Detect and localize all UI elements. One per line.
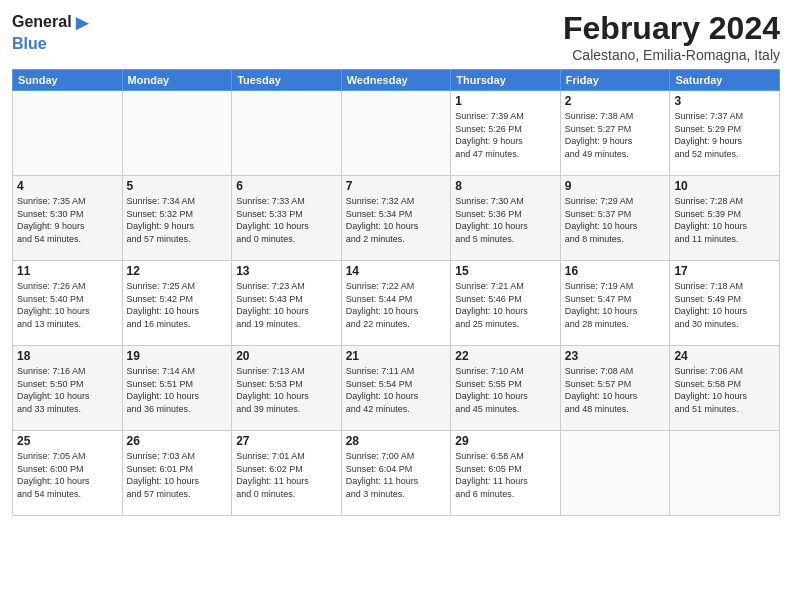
day-info: Sunrise: 7:10 AM Sunset: 5:55 PM Dayligh…	[455, 365, 556, 415]
day-info: Sunrise: 7:26 AM Sunset: 5:40 PM Dayligh…	[17, 280, 118, 330]
calendar-header: General► Blue February 2024 Calestano, E…	[12, 10, 780, 63]
calendar-cell: 6Sunrise: 7:33 AM Sunset: 5:33 PM Daylig…	[232, 176, 342, 261]
calendar-cell: 24Sunrise: 7:06 AM Sunset: 5:58 PM Dayli…	[670, 346, 780, 431]
calendar-cell: 7Sunrise: 7:32 AM Sunset: 5:34 PM Daylig…	[341, 176, 451, 261]
calendar-subtitle: Calestano, Emilia-Romagna, Italy	[563, 47, 780, 63]
day-info: Sunrise: 7:11 AM Sunset: 5:54 PM Dayligh…	[346, 365, 447, 415]
weekday-header-wednesday: Wednesday	[341, 70, 451, 91]
calendar-cell: 1Sunrise: 7:39 AM Sunset: 5:26 PM Daylig…	[451, 91, 561, 176]
day-number: 12	[127, 264, 228, 278]
day-number: 13	[236, 264, 337, 278]
day-number: 5	[127, 179, 228, 193]
day-number: 24	[674, 349, 775, 363]
day-info: Sunrise: 7:29 AM Sunset: 5:37 PM Dayligh…	[565, 195, 666, 245]
calendar-cell: 25Sunrise: 7:05 AM Sunset: 6:00 PM Dayli…	[13, 431, 123, 516]
weekday-header-saturday: Saturday	[670, 70, 780, 91]
calendar-cell: 13Sunrise: 7:23 AM Sunset: 5:43 PM Dayli…	[232, 261, 342, 346]
day-number: 22	[455, 349, 556, 363]
title-section: February 2024 Calestano, Emilia-Romagna,…	[563, 10, 780, 63]
calendar-cell	[232, 91, 342, 176]
calendar-cell: 17Sunrise: 7:18 AM Sunset: 5:49 PM Dayli…	[670, 261, 780, 346]
day-number: 10	[674, 179, 775, 193]
calendar-cell: 19Sunrise: 7:14 AM Sunset: 5:51 PM Dayli…	[122, 346, 232, 431]
day-info: Sunrise: 7:16 AM Sunset: 5:50 PM Dayligh…	[17, 365, 118, 415]
calendar-cell: 15Sunrise: 7:21 AM Sunset: 5:46 PM Dayli…	[451, 261, 561, 346]
calendar-cell: 4Sunrise: 7:35 AM Sunset: 5:30 PM Daylig…	[13, 176, 123, 261]
day-info: Sunrise: 6:58 AM Sunset: 6:05 PM Dayligh…	[455, 450, 556, 500]
day-info: Sunrise: 7:35 AM Sunset: 5:30 PM Dayligh…	[17, 195, 118, 245]
day-info: Sunrise: 7:33 AM Sunset: 5:33 PM Dayligh…	[236, 195, 337, 245]
day-info: Sunrise: 7:25 AM Sunset: 5:42 PM Dayligh…	[127, 280, 228, 330]
calendar-cell: 23Sunrise: 7:08 AM Sunset: 5:57 PM Dayli…	[560, 346, 670, 431]
logo: General► Blue	[12, 10, 93, 54]
week-row-1: 1Sunrise: 7:39 AM Sunset: 5:26 PM Daylig…	[13, 91, 780, 176]
calendar-table: SundayMondayTuesdayWednesdayThursdayFrid…	[12, 69, 780, 516]
week-row-3: 11Sunrise: 7:26 AM Sunset: 5:40 PM Dayli…	[13, 261, 780, 346]
day-info: Sunrise: 7:21 AM Sunset: 5:46 PM Dayligh…	[455, 280, 556, 330]
calendar-cell: 22Sunrise: 7:10 AM Sunset: 5:55 PM Dayli…	[451, 346, 561, 431]
day-info: Sunrise: 7:14 AM Sunset: 5:51 PM Dayligh…	[127, 365, 228, 415]
calendar-cell	[670, 431, 780, 516]
day-number: 27	[236, 434, 337, 448]
calendar-cell	[341, 91, 451, 176]
day-info: Sunrise: 7:08 AM Sunset: 5:57 PM Dayligh…	[565, 365, 666, 415]
weekday-header-tuesday: Tuesday	[232, 70, 342, 91]
day-number: 14	[346, 264, 447, 278]
day-number: 17	[674, 264, 775, 278]
calendar-cell	[13, 91, 123, 176]
day-number: 3	[674, 94, 775, 108]
weekday-header-monday: Monday	[122, 70, 232, 91]
day-info: Sunrise: 7:00 AM Sunset: 6:04 PM Dayligh…	[346, 450, 447, 500]
day-number: 9	[565, 179, 666, 193]
calendar-cell	[560, 431, 670, 516]
day-number: 1	[455, 94, 556, 108]
day-info: Sunrise: 7:18 AM Sunset: 5:49 PM Dayligh…	[674, 280, 775, 330]
day-number: 18	[17, 349, 118, 363]
calendar-cell: 28Sunrise: 7:00 AM Sunset: 6:04 PM Dayli…	[341, 431, 451, 516]
calendar-cell: 14Sunrise: 7:22 AM Sunset: 5:44 PM Dayli…	[341, 261, 451, 346]
day-number: 25	[17, 434, 118, 448]
calendar-cell: 29Sunrise: 6:58 AM Sunset: 6:05 PM Dayli…	[451, 431, 561, 516]
day-number: 15	[455, 264, 556, 278]
day-info: Sunrise: 7:22 AM Sunset: 5:44 PM Dayligh…	[346, 280, 447, 330]
day-number: 8	[455, 179, 556, 193]
day-number: 19	[127, 349, 228, 363]
day-info: Sunrise: 7:37 AM Sunset: 5:29 PM Dayligh…	[674, 110, 775, 160]
calendar-cell: 21Sunrise: 7:11 AM Sunset: 5:54 PM Dayli…	[341, 346, 451, 431]
day-number: 16	[565, 264, 666, 278]
week-row-2: 4Sunrise: 7:35 AM Sunset: 5:30 PM Daylig…	[13, 176, 780, 261]
day-info: Sunrise: 7:30 AM Sunset: 5:36 PM Dayligh…	[455, 195, 556, 245]
calendar-cell: 18Sunrise: 7:16 AM Sunset: 5:50 PM Dayli…	[13, 346, 123, 431]
week-row-5: 25Sunrise: 7:05 AM Sunset: 6:00 PM Dayli…	[13, 431, 780, 516]
weekday-header-thursday: Thursday	[451, 70, 561, 91]
calendar-cell: 8Sunrise: 7:30 AM Sunset: 5:36 PM Daylig…	[451, 176, 561, 261]
calendar-cell: 10Sunrise: 7:28 AM Sunset: 5:39 PM Dayli…	[670, 176, 780, 261]
day-number: 23	[565, 349, 666, 363]
day-info: Sunrise: 7:23 AM Sunset: 5:43 PM Dayligh…	[236, 280, 337, 330]
calendar-cell: 2Sunrise: 7:38 AM Sunset: 5:27 PM Daylig…	[560, 91, 670, 176]
day-info: Sunrise: 7:19 AM Sunset: 5:47 PM Dayligh…	[565, 280, 666, 330]
day-info: Sunrise: 7:06 AM Sunset: 5:58 PM Dayligh…	[674, 365, 775, 415]
weekday-header-friday: Friday	[560, 70, 670, 91]
calendar-cell: 5Sunrise: 7:34 AM Sunset: 5:32 PM Daylig…	[122, 176, 232, 261]
day-info: Sunrise: 7:32 AM Sunset: 5:34 PM Dayligh…	[346, 195, 447, 245]
calendar-title: February 2024	[563, 10, 780, 47]
calendar-cell: 11Sunrise: 7:26 AM Sunset: 5:40 PM Dayli…	[13, 261, 123, 346]
day-info: Sunrise: 7:39 AM Sunset: 5:26 PM Dayligh…	[455, 110, 556, 160]
calendar-cell: 16Sunrise: 7:19 AM Sunset: 5:47 PM Dayli…	[560, 261, 670, 346]
day-info: Sunrise: 7:38 AM Sunset: 5:27 PM Dayligh…	[565, 110, 666, 160]
day-info: Sunrise: 7:28 AM Sunset: 5:39 PM Dayligh…	[674, 195, 775, 245]
day-number: 2	[565, 94, 666, 108]
day-number: 4	[17, 179, 118, 193]
day-number: 20	[236, 349, 337, 363]
weekday-header-sunday: Sunday	[13, 70, 123, 91]
calendar-container: General► Blue February 2024 Calestano, E…	[0, 0, 792, 612]
day-number: 28	[346, 434, 447, 448]
day-info: Sunrise: 7:13 AM Sunset: 5:53 PM Dayligh…	[236, 365, 337, 415]
day-number: 29	[455, 434, 556, 448]
logo-text: General► Blue	[12, 10, 93, 54]
week-row-4: 18Sunrise: 7:16 AM Sunset: 5:50 PM Dayli…	[13, 346, 780, 431]
calendar-cell: 20Sunrise: 7:13 AM Sunset: 5:53 PM Dayli…	[232, 346, 342, 431]
calendar-cell: 26Sunrise: 7:03 AM Sunset: 6:01 PM Dayli…	[122, 431, 232, 516]
day-info: Sunrise: 7:34 AM Sunset: 5:32 PM Dayligh…	[127, 195, 228, 245]
